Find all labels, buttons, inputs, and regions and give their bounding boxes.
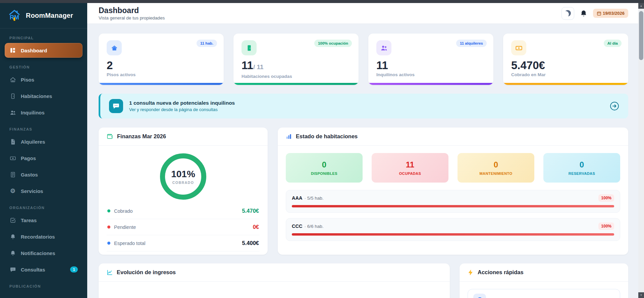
stat-label: Inquilinos activos (376, 72, 485, 77)
accent-bar (99, 83, 224, 85)
tile-label: MANTENIMIENTO (480, 171, 513, 176)
tile-value: 0 (494, 160, 498, 169)
lightning-bolt-icon (468, 269, 474, 276)
scrollbar-thumb[interactable] (639, 11, 643, 60)
dark-mode-toggle[interactable] (561, 7, 574, 20)
sidebar-item-habitaciones[interactable]: Habitaciones (5, 89, 83, 103)
quick-actions-card: Acciones rápidas (460, 263, 628, 298)
sidebar-item-gastos[interactable]: Gastos (5, 167, 83, 182)
calendar-icon (597, 11, 601, 16)
legend-value: 5.470€ (242, 208, 259, 214)
page-subtitle: Vista general de tus propiedades (99, 15, 165, 20)
occupancy-progress-bar (292, 233, 614, 236)
main-content: 11 hab. 2 Pisos activos 100% ocupación 1… (87, 24, 638, 298)
card-title: Acciones rápidas (478, 269, 524, 276)
stats-row: 11 hab. 2 Pisos activos 100% ocupación 1… (99, 34, 628, 85)
moon-icon (565, 10, 571, 16)
window-top-strip (0, 0, 644, 3)
occupancy-progress-bar (292, 205, 614, 207)
sidebar-item-label: Pagos (21, 155, 36, 161)
property-row-aaa[interactable]: AAA · 5/5 hab. 100% (286, 190, 620, 213)
legend-value: 0€ (253, 224, 259, 230)
sidebar-section-principal: PRINCIPAL (9, 36, 78, 40)
sidebar-item-consultas[interactable]: Consultas 1 (5, 262, 83, 277)
collected-donut-chart: 101% COBRADO (160, 153, 206, 200)
sidebar-item-pagos[interactable]: Pagos (5, 151, 83, 165)
stat-value: 11 (241, 59, 253, 71)
sidebar: RM RoomManager PRINCIPAL Dashboard GESTI… (0, 3, 87, 298)
banknote-icon (511, 40, 526, 55)
legend-row-esperado: Esperado total 5.400€ (107, 235, 260, 251)
vertical-scrollbar[interactable]: ▲ ▼ (638, 3, 644, 298)
page-title: Dashboard (99, 6, 165, 15)
sidebar-item-tareas[interactable]: Tareas (5, 213, 83, 228)
tile-value: 0 (580, 160, 584, 169)
tile-label: OCUPADAS (399, 171, 421, 176)
line-chart-icon (107, 269, 113, 276)
status-tiles: 0 DISPONIBLES 11 OCUPADAS 0 MANTENIMIENT… (278, 146, 628, 183)
page-header: Dashboard Vista general de tus propiedad… (87, 3, 638, 24)
blue-dot-icon (107, 242, 110, 245)
occupancy-percent-badge: 100% (598, 194, 614, 202)
banner-title: 1 consulta nueva de potenciales inquilin… (129, 100, 235, 106)
property-meta: · 5/5 hab. (304, 196, 323, 201)
door-icon (9, 93, 16, 99)
consultas-banner[interactable]: 1 consulta nueva de potenciales inquilin… (99, 94, 628, 118)
sidebar-item-label: Pisos (21, 77, 34, 83)
sidebar-section-organizacion: ORGANIZACIÓN (9, 206, 78, 210)
stat-badge: 11 alquileres (456, 40, 487, 47)
legend-row-pendiente: Pendiente 0€ (107, 219, 260, 235)
legend-label: Esperado total (114, 241, 146, 246)
sidebar-section-gestion: GESTIÓN (9, 65, 78, 69)
stat-card-habitaciones[interactable]: 100% ocupación 11/ 11 Habitaciones ocupa… (233, 34, 359, 85)
gear-icon: ⚙ (9, 188, 16, 194)
scroll-up-button[interactable]: ▲ (638, 3, 644, 9)
sidebar-item-label: Consultas (21, 267, 45, 272)
sidebar-item-label: Servicios (21, 188, 43, 194)
notifications-button[interactable] (580, 10, 587, 17)
sidebar-item-pisos[interactable]: Pisos (5, 72, 83, 87)
stat-card-pisos[interactable]: 11 hab. 2 Pisos activos (99, 34, 224, 85)
sidebar-item-label: Alquileres (21, 139, 45, 145)
date-badge[interactable]: 19/03/2026 (593, 9, 628, 18)
stat-badge: Al día (604, 40, 622, 47)
sidebar-item-label: Tareas (21, 217, 37, 223)
sidebar-item-dashboard[interactable]: Dashboard (5, 43, 83, 58)
property-row-ccc[interactable]: CCC · 6/6 hab. 100% (286, 218, 620, 241)
scroll-down-button[interactable]: ▼ (638, 292, 644, 298)
stat-value: 11 (376, 60, 485, 71)
receipt-icon (9, 171, 16, 178)
bar-chart-icon (286, 134, 292, 140)
arrow-right-circle-icon[interactable] (609, 101, 620, 111)
stat-value: 5.470€ (511, 60, 620, 71)
sidebar-item-inquilinos[interactable]: Inquilinos (5, 105, 83, 120)
sidebar-item-alquileres[interactable]: Alquileres (5, 134, 83, 149)
stat-label: Cobrado en Mar (511, 72, 620, 77)
check-square-icon (9, 217, 16, 224)
sidebar-item-notificaciones[interactable]: Notificaciones (5, 246, 83, 260)
red-dot-icon (107, 226, 110, 229)
tile-mantenimiento: 0 MANTENIMIENTO (458, 153, 534, 183)
banner-subtitle: Ver y responder desde la página de consu… (129, 107, 235, 112)
sidebar-section-publicacion: PUBLICACIÓN (9, 284, 78, 288)
quick-action-icon (473, 294, 486, 298)
stat-card-inquilinos[interactable]: 11 alquileres 11 Inquilinos activos (368, 34, 493, 85)
document-icon (9, 139, 16, 145)
app-logo[interactable]: RM RoomManager (0, 3, 87, 29)
door-icon (241, 40, 257, 55)
quick-action-item[interactable] (468, 289, 620, 298)
sidebar-item-recordatorios[interactable]: Recordatorios (5, 229, 83, 244)
legend-label: Pendiente (114, 225, 136, 230)
donut-percent: 101% (171, 169, 195, 180)
bottom-row: Evolución de ingresos Acciones rápidas (99, 263, 628, 298)
stat-label: Pisos activos (107, 72, 216, 77)
sidebar-item-label: Recordatorios (21, 234, 55, 240)
stat-value-secondary: / 11 (253, 63, 264, 70)
stat-card-cobrado[interactable]: Al día 5.470€ Cobrado en Mar (503, 34, 628, 85)
sidebar-item-servicios[interactable]: ⚙ Servicios (5, 184, 83, 198)
house-icon (9, 77, 16, 83)
consultas-count-badge: 1 (70, 266, 78, 272)
people-icon (376, 40, 391, 55)
dashboard-grid-icon (9, 47, 16, 53)
sidebar-item-label: Habitaciones (21, 93, 52, 99)
